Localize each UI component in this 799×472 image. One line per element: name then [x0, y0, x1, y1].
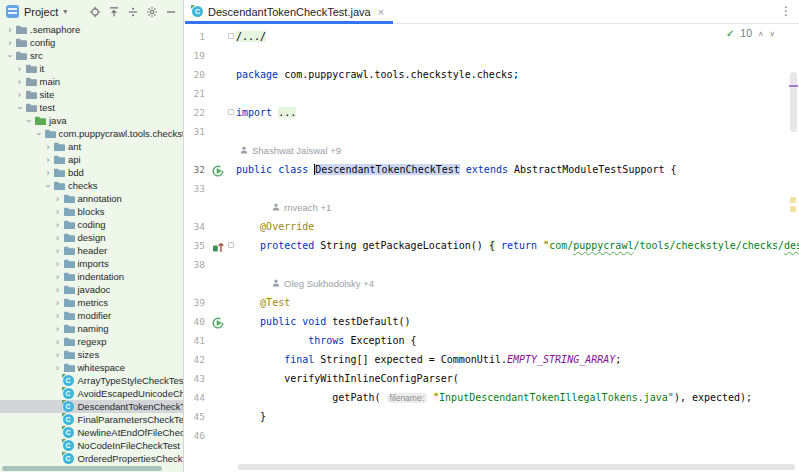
tree-item-src[interactable]: ›src — [0, 49, 183, 62]
chevron-right-icon[interactable]: › — [53, 363, 63, 373]
code-line-32[interactable]: 32public class DescendantTokenCheckTest … — [185, 160, 799, 179]
chevron-right-icon[interactable]: › — [53, 324, 63, 334]
editor-vertical-scrollbar[interactable] — [790, 72, 797, 132]
settings-icon[interactable] — [146, 6, 158, 18]
chevron-right-icon[interactable]: › — [53, 246, 63, 256]
code-line-31[interactable]: 31 — [185, 122, 799, 141]
code-line-21[interactable]: 21 — [185, 84, 799, 103]
tree-item-whitespace[interactable]: ›whitespace — [0, 361, 183, 374]
tree-item-avoidescapedunicodecharacterschecktest[interactable]: AvoidEscapedUnicodeCharactersCheckTest — [0, 387, 183, 400]
chevron-down-icon[interactable]: › — [15, 103, 25, 113]
chevron-right-icon[interactable]: › — [5, 38, 15, 48]
inspections-widget[interactable]: ✓ 10 ∧ ∨ — [726, 27, 775, 39]
code-line-39[interactable]: 39 @Test — [185, 293, 799, 312]
scroll-to-source-icon[interactable] — [108, 6, 120, 18]
tree-item-finalparameterschecktest[interactable]: FinalParametersCheckTest — [0, 413, 183, 426]
chevron-right-icon[interactable]: › — [43, 168, 53, 178]
tree-item-bdd[interactable]: ›bdd — [0, 166, 183, 179]
chevron-right-icon[interactable]: › — [53, 194, 63, 204]
chevron-right-icon[interactable]: › — [5, 25, 15, 35]
tree-item-descendanttokenchecktest[interactable]: DescendantTokenCheckTest — [0, 400, 183, 413]
chevron-right-icon[interactable]: › — [53, 298, 63, 308]
code-line-35[interactable]: 35 protected String getPackageLocation()… — [185, 236, 799, 255]
tree-item-coding[interactable]: ›coding — [0, 218, 183, 231]
chevron-right-icon[interactable]: › — [53, 207, 63, 217]
tree-item-blocks[interactable]: ›blocks — [0, 205, 183, 218]
tree-item-javadoc[interactable]: ›javadoc — [0, 283, 183, 296]
tree-item-config[interactable]: ›config — [0, 36, 183, 49]
code-line-40[interactable]: 40 public void testDefault() — [185, 312, 799, 331]
chevron-right-icon[interactable]: › — [53, 311, 63, 321]
chevron-right-icon[interactable]: › — [53, 337, 63, 347]
code-line-22[interactable]: 22import ... — [185, 103, 799, 122]
tree-item-arraytypestylechecktest[interactable]: ArrayTypeStyleCheckTest — [0, 374, 183, 387]
code-line-46[interactable]: 46 — [185, 426, 799, 445]
editor-tab[interactable]: DescendantTokenCheckTest.java × — [185, 0, 393, 23]
code-line-33[interactable]: 33 — [185, 179, 799, 198]
chevron-down-icon[interactable]: › — [43, 181, 53, 191]
fold-marker-icon[interactable] — [228, 33, 234, 39]
tree-horizontal-scrollbar[interactable] — [2, 466, 162, 471]
code-line-43[interactable]: 43 verifyWithInlineConfigParser( — [185, 369, 799, 388]
chevron-right-icon[interactable]: › — [43, 142, 53, 152]
tree-item-checks[interactable]: ›checks — [0, 179, 183, 192]
collapse-all-icon[interactable] — [127, 6, 139, 18]
tree-item-ant[interactable]: ›ant — [0, 140, 183, 153]
tree-item-sizes[interactable]: ›sizes — [0, 348, 183, 361]
code-line-44[interactable]: 44 getPath( filename: "InputDescendantTo… — [185, 388, 799, 407]
author-inlay-hint[interactable]: Shashwat Jaiswal +9 — [185, 141, 799, 160]
hide-panel-icon[interactable] — [165, 6, 177, 18]
tree-item-indentation[interactable]: ›indentation — [0, 270, 183, 283]
chevron-down-icon[interactable]: › — [34, 129, 44, 139]
code-line-1[interactable]: 1/.../ — [185, 27, 799, 46]
tree-item-naming[interactable]: ›naming — [0, 322, 183, 335]
chevron-right-icon[interactable]: › — [53, 285, 63, 295]
code-line-38[interactable]: 38 — [185, 255, 799, 274]
locate-icon[interactable] — [89, 6, 101, 18]
code-line-34[interactable]: 34 @Override — [185, 217, 799, 236]
tree-item-metrics[interactable]: ›metrics — [0, 296, 183, 309]
code-line-19[interactable]: 19 — [185, 46, 799, 65]
project-panel-title[interactable]: Project — [24, 6, 58, 18]
code-line-41[interactable]: 41 throws Exception { — [185, 331, 799, 350]
fold-marker-icon[interactable] — [228, 109, 234, 115]
chevron-down-icon[interactable]: ▾ — [63, 7, 67, 16]
tree-item-regexp[interactable]: ›regexp — [0, 335, 183, 348]
tree-item-imports[interactable]: ›imports — [0, 257, 183, 270]
tree-item-java[interactable]: ›java — [0, 114, 183, 127]
code-line-20[interactable]: 20package com.puppycrawl.tools.checkstyl… — [185, 65, 799, 84]
editor-horizontal-scrollbar[interactable] — [238, 464, 795, 470]
chevron-right-icon[interactable]: › — [15, 90, 25, 100]
warning-stripe-mark[interactable] — [790, 206, 796, 212]
tree-item--semaphore[interactable]: ›.semaphore — [0, 23, 183, 36]
kebab-menu-icon[interactable]: ⋮ — [780, 4, 792, 18]
tree-item-nocodeinfilechecktest[interactable]: NoCodeInFileCheckTest — [0, 439, 183, 452]
fold-marker-icon[interactable] — [228, 242, 234, 248]
tree-item-design[interactable]: ›design — [0, 231, 183, 244]
chevron-right-icon[interactable]: › — [53, 272, 63, 282]
chevron-right-icon[interactable]: › — [15, 64, 25, 74]
tree-item-orderedpropertieschecktest[interactable]: OrderedPropertiesCheckTest — [0, 452, 183, 465]
tree-item-header[interactable]: ›header — [0, 244, 183, 257]
warning-stripe-mark[interactable] — [790, 197, 796, 203]
tree-item-it[interactable]: ›it — [0, 62, 183, 75]
next-problem-icon[interactable]: ∨ — [770, 29, 776, 38]
tree-item-api[interactable]: ›api — [0, 153, 183, 166]
code-line-45[interactable]: 45 } — [185, 407, 799, 426]
code-line-42[interactable]: 42 final String[] expected = CommonUtil.… — [185, 350, 799, 369]
chevron-right-icon[interactable]: › — [15, 77, 25, 87]
tree-item-com-puppycrawl-tools-checkstyle[interactable]: ›com.puppycrawl.tools.checkstyle — [0, 127, 183, 140]
tree-item-test[interactable]: ›test — [0, 101, 183, 114]
chevron-right-icon[interactable]: › — [43, 155, 53, 165]
tree-item-annotation[interactable]: ›annotation — [0, 192, 183, 205]
author-inlay-hint[interactable]: Oleg Sukhodolsky +4 — [185, 274, 799, 293]
tab-close-icon[interactable]: × — [378, 6, 384, 18]
tree-item-modifier[interactable]: ›modifier — [0, 309, 183, 322]
chevron-right-icon[interactable]: › — [53, 350, 63, 360]
tree-item-main[interactable]: ›main — [0, 75, 183, 88]
chevron-down-icon[interactable]: › — [24, 116, 34, 126]
chevron-right-icon[interactable]: › — [53, 233, 63, 243]
chevron-down-icon[interactable]: › — [5, 51, 15, 61]
tree-item-newlineatendoffilechecktest[interactable]: NewlineAtEndOfFileCheckTest — [0, 426, 183, 439]
code-area[interactable]: 1/.../1920package com.puppycrawl.tools.c… — [185, 24, 799, 472]
